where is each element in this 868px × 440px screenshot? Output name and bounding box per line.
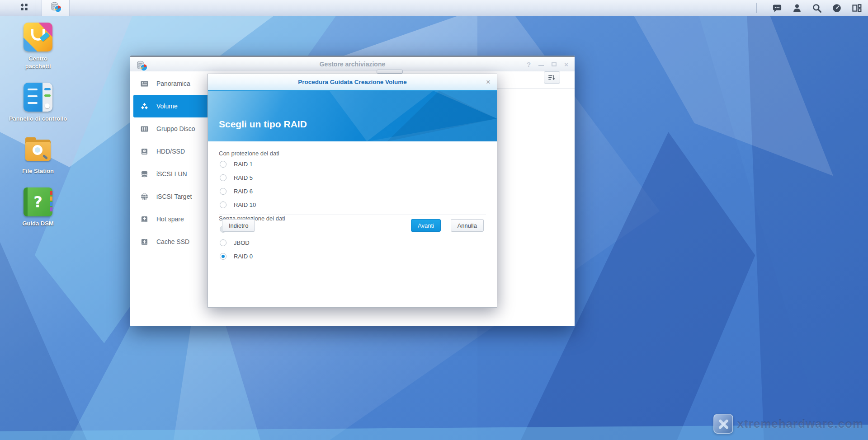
sidebar-item-label: iSCSI Target	[156, 193, 192, 200]
sort-button[interactable]	[544, 71, 560, 84]
desktop-icon-file-station[interactable]: File Station	[4, 135, 72, 175]
file-station-icon	[24, 135, 52, 164]
radio-option-label: RAID 6	[234, 188, 253, 195]
main-menu-icon	[19, 2, 29, 14]
help-icon[interactable]: ?	[527, 61, 531, 68]
gauge-icon[interactable]	[832, 3, 842, 13]
main-menu-button[interactable]	[12, 0, 36, 16]
disk-group-icon	[140, 125, 149, 133]
close-icon[interactable]: ×	[564, 61, 568, 68]
desktop-icon-control-panel[interactable]: Pannello di controllo	[4, 83, 72, 122]
watermark: xtremehardware.com	[713, 414, 863, 434]
window-title: Gestore archiviazione	[130, 57, 575, 71]
radio-button[interactable]	[220, 188, 226, 195]
dialog-header[interactable]: Procedura Guidata Creazione Volume ×	[208, 74, 497, 91]
taskbar-right-icons	[772, 0, 862, 16]
desktop-icon-label: Pannello di controllo	[9, 115, 67, 122]
sidebar-item-label: Gruppo Disco	[156, 125, 195, 132]
radio-option-label: RAID 5	[234, 174, 253, 181]
radio-group-label: Senza protezione dei dati	[219, 215, 486, 222]
radio-button[interactable]	[220, 161, 226, 168]
cancel-button[interactable]: Annulla	[451, 219, 484, 232]
radio-option-label: RAID 0	[234, 253, 253, 260]
dsm-help-icon: ?	[24, 187, 52, 216]
desktop-icon-dsm-help[interactable]: ?Guida DSM	[4, 187, 72, 227]
sidebar-item-label: Hot spare	[156, 215, 184, 223]
radio-button[interactable]	[220, 174, 226, 181]
dialog-banner: Scegli un tipo RAID	[208, 91, 497, 141]
search-icon[interactable]	[812, 3, 822, 13]
radio-option-raid-0[interactable]: RAID 0	[219, 249, 486, 263]
radio-button[interactable]	[220, 253, 226, 260]
radio-option-label: RAID 1	[234, 161, 253, 168]
radio-button[interactable]	[220, 239, 226, 246]
control-panel-icon	[24, 83, 52, 112]
watermark-text: xtremehardware.com	[737, 417, 863, 431]
taskbar-separator	[756, 3, 757, 13]
hidden-toolbar-button	[377, 70, 403, 74]
cache-ssd-icon	[140, 238, 149, 246]
minimize-icon[interactable]	[538, 65, 544, 66]
sidebar-item-label: Volume	[156, 103, 178, 110]
radio-option-base: Base	[219, 222, 486, 236]
radio-button[interactable]	[220, 201, 226, 208]
next-button[interactable]: Avanti	[411, 219, 441, 232]
desktop-icon-column: Centro pacchetti Pannello di controlloFi…	[4, 23, 72, 240]
desktop-icon-label: Guida DSM	[22, 220, 53, 227]
widgets-icon[interactable]	[852, 3, 862, 13]
dialog-body: Con protezione dei datiRAID 1RAID 5RAID …	[208, 141, 497, 263]
window-controls: ? ×	[527, 57, 568, 71]
radio-group-label: Con protezione dei dati	[219, 150, 486, 157]
sidebar-item-label: iSCSI LUN	[156, 170, 187, 178]
close-icon[interactable]: ×	[486, 74, 491, 90]
iscsi-lun-icon	[140, 170, 149, 178]
volume-icon	[140, 102, 149, 111]
volume-creation-wizard-dialog: Procedura Guidata Creazione Volume × Sce…	[208, 74, 497, 308]
radio-option-raid-5[interactable]: RAID 5	[219, 171, 486, 184]
radio-option-raid-10[interactable]: RAID 10	[219, 198, 486, 211]
user-icon[interactable]	[792, 3, 802, 13]
radio-option-jbod[interactable]: JBOD	[219, 236, 486, 249]
sidebar-item-label: Panoramica	[156, 80, 190, 87]
desktop-icon-label: Centro pacchetti	[25, 55, 51, 70]
maximize-icon[interactable]	[552, 62, 557, 66]
dialog-title: Procedura Guidata Creazione Volume	[208, 74, 497, 90]
sidebar-item-label: Cache SSD	[156, 238, 189, 245]
storage-manager-icon	[50, 1, 62, 15]
overview-icon	[140, 80, 149, 88]
hot-spare-icon	[140, 215, 149, 224]
iscsi-target-icon	[140, 192, 149, 201]
storage-manager-taskbar-button[interactable]	[42, 0, 70, 16]
dialog-footer-divider	[219, 215, 486, 215]
xtremehardware-logo-icon	[713, 414, 733, 434]
package-center-icon	[24, 23, 52, 51]
back-button[interactable]: Indietro	[222, 219, 255, 232]
sidebar-item-label: HDD/SSD	[156, 148, 185, 155]
desktop: { "taskbar": { "left_buttons": [ { "id":…	[0, 0, 868, 440]
desktop-icon-label: File Station	[22, 167, 54, 175]
window-titlebar[interactable]: Gestore archiviazione ? ×	[130, 57, 575, 71]
radio-option-raid-6[interactable]: RAID 6	[219, 184, 486, 198]
radio-option-raid-1[interactable]: RAID 1	[219, 157, 486, 171]
hdd-icon	[140, 147, 149, 156]
chat-icon[interactable]	[772, 3, 782, 13]
radio-option-label: RAID 10	[234, 201, 256, 208]
taskbar	[0, 0, 868, 16]
desktop-icon-package-center[interactable]: Centro pacchetti	[4, 23, 72, 70]
dialog-heading: Scegli un tipo RAID	[219, 119, 307, 130]
radio-option-label: JBOD	[234, 239, 250, 246]
